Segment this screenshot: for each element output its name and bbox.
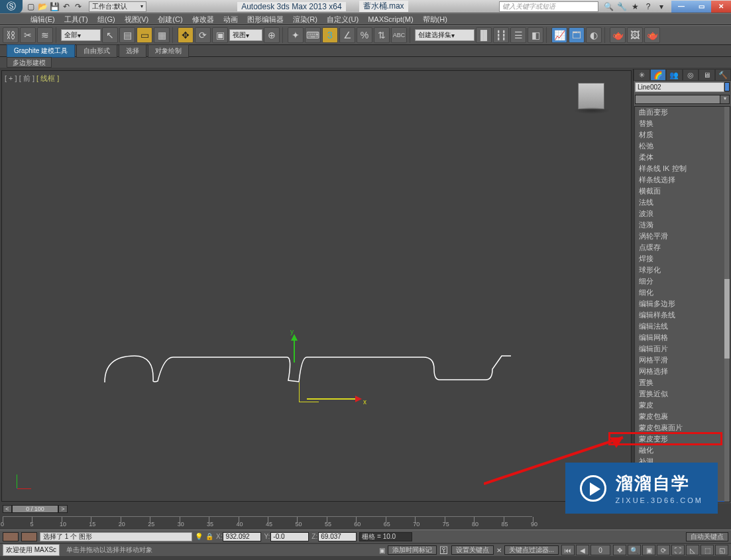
modifier-item[interactable]: 柔体 — [635, 152, 730, 163]
time-tag-icon[interactable]: ▣ — [379, 547, 385, 554]
menu-maxscript[interactable]: MAXScript(M) — [368, 15, 413, 23]
percent-snap-icon[interactable]: % — [357, 27, 372, 43]
modifier-item[interactable]: 样条线 IK 控制 — [635, 163, 730, 174]
modifier-item[interactable]: 编辑面片 — [635, 343, 730, 355]
material-editor-icon[interactable]: ◐ — [586, 27, 602, 43]
tab-hierarchy-icon[interactable]: 👥 — [666, 69, 683, 81]
viewport-front[interactable]: [ + ] [ 前 ] [ 线框 ] y x — [1, 70, 632, 502]
zoom-icon[interactable]: 🔍 — [628, 545, 641, 555]
modifier-item[interactable]: 涟漪 — [635, 219, 730, 231]
manipulate-icon[interactable]: ✦ — [288, 27, 304, 43]
modifier-item[interactable]: 焊接 — [635, 253, 730, 264]
mirror-icon[interactable]: ▐▌ — [476, 27, 492, 43]
ribbon-tab-paint[interactable]: 对象绘制 — [148, 44, 189, 58]
selection-filter-dropdown[interactable]: 全部 ▾ — [61, 29, 101, 41]
move-icon[interactable]: ✥ — [178, 27, 194, 43]
star-icon[interactable]: ★ — [629, 1, 641, 12]
close-button[interactable]: ✕ — [711, 1, 731, 13]
named-selection-dropdown[interactable]: 创建选择集 ▾ — [415, 29, 475, 41]
modifier-item[interactable]: 编辑网格 — [635, 332, 730, 343]
isolate-icon[interactable]: 💡 — [195, 533, 203, 540]
ribbon-tab-graphite[interactable]: Graphite 建模工具 — [7, 44, 75, 58]
modifier-item[interactable]: 点缓存 — [635, 242, 730, 253]
coord-y-input[interactable]: -0.0 — [270, 532, 309, 541]
modifier-item[interactable]: 编辑法线 — [635, 321, 730, 332]
modifier-item[interactable]: 波浪 — [635, 208, 730, 219]
ribbon-tab-freeform[interactable]: 自由形式 — [76, 44, 117, 58]
align-icon[interactable]: ┇┇ — [493, 27, 509, 43]
tab-motion-icon[interactable]: ◎ — [683, 69, 699, 81]
angle-snap-icon[interactable]: ∠ — [339, 27, 355, 43]
modifier-item[interactable]: 置换近似 — [635, 388, 730, 400]
scrollbar[interactable] — [724, 107, 730, 502]
object-color-swatch[interactable] — [724, 82, 730, 91]
modifier-item[interactable]: 置换 — [635, 377, 730, 388]
help-icon[interactable]: ? — [642, 1, 654, 12]
time-next-icon[interactable]: > — [58, 505, 68, 513]
render-setup-icon[interactable]: 🫖 — [610, 27, 626, 43]
field-of-view-icon[interactable]: ◺ — [686, 545, 699, 555]
workspace-dropdown[interactable]: 工作台: 默认 ▾ — [89, 1, 146, 12]
menu-tools[interactable]: 工具(T) — [64, 15, 88, 25]
modifier-item[interactable]: 细化 — [635, 287, 730, 298]
add-time-tag[interactable]: 添加时间标记 — [388, 545, 437, 555]
timeline-ruler[interactable]: 051015202530354045505560657075808590 — [3, 516, 532, 528]
key-filter-button[interactable]: 关键点过滤器... — [504, 545, 559, 555]
menu-create[interactable]: 创建(C) — [158, 15, 182, 25]
modifier-item[interactable]: 材质 — [635, 129, 730, 140]
modifier-item[interactable]: 球形化 — [635, 264, 730, 276]
modifier-item[interactable]: 编辑多边形 — [635, 298, 730, 309]
modifier-item[interactable]: 网格平滑 — [635, 355, 730, 366]
menu-animation[interactable]: 动画 — [223, 15, 238, 25]
link-icon[interactable]: ⛓ — [3, 27, 19, 43]
schematic-icon[interactable]: 🗔 — [569, 27, 585, 43]
pivot-icon[interactable]: ⊕ — [264, 27, 280, 43]
select-window-icon[interactable]: ▦ — [154, 27, 170, 43]
prev-frame-icon[interactable]: ◀ — [576, 545, 589, 555]
set-key-button[interactable]: 设置关键点 — [451, 545, 494, 555]
scale-icon[interactable]: ▣ — [212, 27, 228, 43]
modifier-item[interactable]: 网格选择 — [635, 366, 730, 377]
orbit-icon[interactable]: ⟳ — [657, 545, 670, 555]
wrench-icon[interactable]: 🔧 — [616, 1, 628, 12]
menu-rendering[interactable]: 渲染(R) — [293, 15, 317, 25]
menu-help[interactable]: 帮助(H) — [423, 15, 447, 25]
menu-group[interactable]: 组(G) — [97, 15, 115, 25]
bind-spacewarp-icon[interactable]: ≋ — [37, 27, 53, 43]
tab-create-icon[interactable]: ✳ — [634, 69, 650, 81]
modifier-item[interactable]: 曲面变形 — [635, 107, 730, 118]
render-icon[interactable]: 🫖 — [644, 27, 660, 43]
select-icon[interactable]: ↖ — [102, 27, 118, 43]
chevron-down-icon[interactable]: ▾ — [655, 1, 667, 12]
gizmo-xy-plane[interactable] — [299, 382, 319, 402]
zoom-all-icon[interactable]: ▣ — [642, 545, 655, 555]
modifier-item[interactable]: 松弛 — [635, 140, 730, 152]
menu-modifiers[interactable]: 修改器 — [192, 15, 214, 25]
layers-icon[interactable]: ☰ — [510, 27, 526, 43]
zoom-extents-icon[interactable]: ⬚ — [701, 545, 714, 555]
pan-icon[interactable]: ✥ — [613, 545, 626, 555]
new-icon[interactable]: ▢ — [25, 1, 36, 12]
scrollbar-thumb[interactable] — [724, 279, 730, 359]
maxscript-mini[interactable]: 欢迎使用 MAXSc — [3, 544, 60, 556]
ribbon-tab-select[interactable]: 选择 — [119, 44, 146, 58]
modifier-item[interactable]: 细分 — [635, 276, 730, 287]
modifier-item[interactable]: 横截面 — [635, 186, 730, 197]
keyboard-shortcut-icon[interactable]: ⌨ — [305, 27, 321, 43]
script-listener-icon[interactable] — [3, 532, 19, 541]
object-name-input[interactable] — [635, 82, 724, 92]
modifier-item[interactable]: 涡轮平滑 — [635, 231, 730, 242]
gizmo-y-axis[interactable] — [294, 336, 295, 363]
current-frame-input[interactable]: 0 — [590, 545, 610, 555]
modifier-list[interactable]: 曲面变形替换材质松弛柔体样条线 IK 控制样条线选择横截面法线波浪涟漪涡轮平滑点… — [634, 106, 730, 502]
spinner-snap-icon[interactable]: ⇅ — [374, 27, 390, 43]
modifier-item[interactable]: 替换 — [635, 118, 730, 129]
modifier-dropdown[interactable]: ▾ — [635, 95, 730, 104]
graphite-toggle-icon[interactable]: ◧ — [528, 27, 543, 43]
menu-graph-editors[interactable]: 图形编辑器 — [247, 15, 284, 25]
spline-object[interactable] — [2, 71, 625, 502]
goto-start-icon[interactable]: ⏮ — [561, 545, 575, 555]
modifier-item[interactable]: 蒙皮变形 — [635, 433, 730, 445]
modifier-item[interactable]: 样条线选择 — [635, 174, 730, 186]
abc-icon[interactable]: ABC — [391, 27, 407, 43]
